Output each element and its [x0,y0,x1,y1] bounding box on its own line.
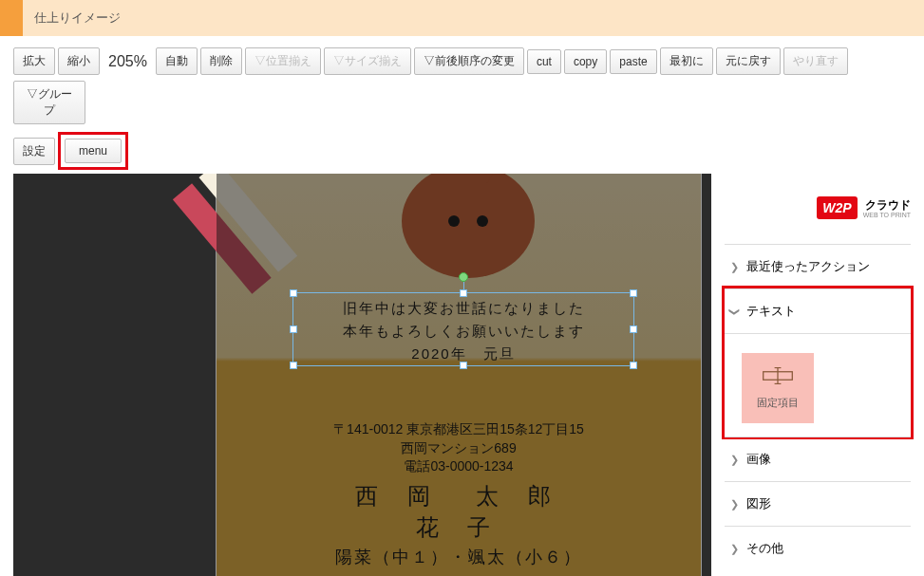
accordion-image-label: 画像 [746,451,771,468]
first-button[interactable]: 最初に [660,47,713,75]
canvas-viewport: 旧年中は大変お世話になりました 本年もよろしくお願いいたします 2020年 元旦… [203,174,711,576]
auto-button[interactable]: 自動 [156,47,198,75]
family-line: 陽菜（中１）・颯太（小６） [217,546,701,569]
order-button[interactable]: ▽前後順序の変更 [414,47,524,75]
accordion-recent[interactable]: ❯ 最近使ったアクション [725,244,911,288]
align-position-button[interactable]: ▽位置揃え [245,47,321,75]
resize-handle-se[interactable] [630,362,637,369]
chevron-down-icon: ❯ [728,307,741,316]
second-toolbar: 設定 menu [0,128,924,174]
resize-handle-e[interactable] [630,325,637,333]
page-title: 仕上りイメージ [34,9,121,27]
redo-button[interactable]: やり直す [783,47,848,75]
zoom-out-button[interactable]: 縮小 [58,47,100,75]
brand-logo: W2P クラウド WEB TO PRINT [725,196,911,219]
chevron-right-icon: ❯ [730,261,739,273]
address-block[interactable]: 〒141-0012 東京都港区三田15条12丁目15 西岡マンション689 電話… [217,420,701,569]
menu-highlight: menu [58,132,128,170]
greeting-line1: 旧年中は大変お世話になりました [293,297,633,320]
accordion-other[interactable]: ❯ その他 [725,526,911,570]
brand-cloud: クラウド [865,198,911,212]
title-bar: 仕上りイメージ [0,0,924,36]
undo-button[interactable]: 元に戻す [716,47,781,75]
zoom-value: 205% [103,50,153,73]
accordion-other-label: その他 [746,540,783,557]
toolbar: 拡大 縮小 205% 自動 削除 ▽位置揃え ▽サイズ揃え ▽前後順序の変更 c… [0,47,924,128]
resize-handle-sw[interactable] [290,362,297,369]
zoom-in-button[interactable]: 拡大 [13,47,55,75]
rotate-handle[interactable] [459,272,468,282]
text-panel-highlight: ❯ テキスト 固定項目 [722,286,914,439]
cut-button[interactable]: cut [527,49,561,74]
accordion-text-label: テキスト [746,303,796,320]
brand-text: クラウド WEB TO PRINT [863,197,911,218]
accordion-shape-label: 図形 [746,495,771,512]
fixed-item-tile[interactable]: 固定項目 [742,353,814,423]
accordion-image[interactable]: ❯ 画像 [725,437,911,481]
greeting-text-box[interactable]: 旧年中は大変お世話になりました 本年もよろしくお願いいたします 2020年 元旦 [292,292,634,366]
copy-button[interactable]: copy [564,49,607,74]
delete-button[interactable]: 削除 [200,47,242,75]
menu-button[interactable]: menu [65,139,122,163]
sidebar: W2P クラウド WEB TO PRINT ❯ 最近使ったアクション ❯ テキス… [711,174,924,576]
name-sub: 花 子 [217,511,701,544]
fixed-item-label: 固定項目 [757,396,799,410]
name-main: 西 岡 太 郎 [217,480,701,512]
title-accent [0,0,23,36]
textbox-icon [762,367,794,384]
group-button[interactable]: ▽グループ [13,81,85,124]
paste-button[interactable]: paste [610,49,656,74]
resize-handle-ne[interactable] [630,289,637,297]
address-line2: 西岡マンション689 [217,439,701,458]
settings-button[interactable]: 設定 [13,138,55,165]
w2p-badge: W2P [817,196,857,219]
workspace: 旧年中は大変お世話になりました 本年もよろしくお願いいたします 2020年 元旦… [0,174,924,576]
resize-handle-n[interactable] [460,289,467,297]
accordion-text[interactable]: ❯ テキスト [725,288,911,333]
accordion-shape[interactable]: ❯ 図形 [725,481,911,526]
greeting-line2: 本年もよろしくお願いいたします [293,320,633,343]
canvas-area[interactable]: 旧年中は大変お世話になりました 本年もよろしくお願いいたします 2020年 元旦… [13,174,711,576]
address-line1: 〒141-0012 東京都港区三田15条12丁目15 [217,420,701,439]
chevron-right-icon: ❯ [730,454,739,466]
text-panel-body: 固定項目 [725,333,911,437]
align-size-button[interactable]: ▽サイズ揃え [324,47,411,75]
accordion-recent-label: 最近使ったアクション [746,258,870,275]
resize-handle-w[interactable] [290,325,297,333]
resize-handle-s[interactable] [460,362,467,369]
postcard[interactable]: 旧年中は大変お世話になりました 本年もよろしくお願いいたします 2020年 元旦… [217,174,701,576]
chevron-right-icon: ❯ [730,543,739,555]
resize-handle-nw[interactable] [290,289,297,297]
address-line3: 電話03-0000-1234 [217,457,701,476]
brand-sub: WEB TO PRINT [863,212,911,218]
chevron-right-icon: ❯ [730,498,739,511]
